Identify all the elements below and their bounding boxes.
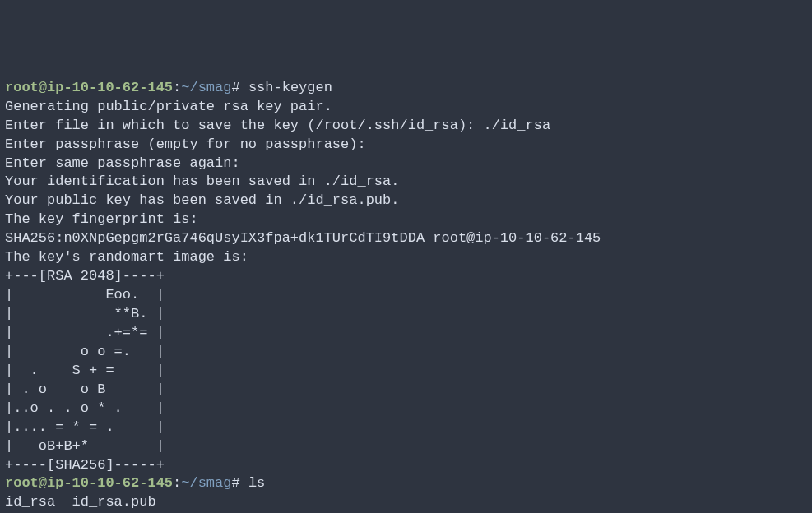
prompt-user: root@ip-10-10-62-145: [5, 475, 173, 491]
randomart-line: | o o =. |: [5, 343, 807, 362]
randomart-line: | oB+B+* |: [5, 437, 807, 456]
randomart-line: +---[RSA 2048]----+: [5, 267, 807, 286]
prompt-line-2: root@ip-10-10-62-145:~/smag# ls: [5, 474, 807, 493]
ls-output: id_rsa id_rsa.pub: [5, 493, 807, 512]
prompt-hash: #: [231, 475, 248, 491]
randomart-line: | Eoo. |: [5, 286, 807, 305]
prompt-colon: :: [173, 80, 181, 95]
output-line: Enter passphrase (empty for no passphras…: [5, 136, 807, 155]
command-text: ssh-keygen: [248, 80, 332, 95]
output-line: Your public key has been saved in ./id_r…: [5, 192, 807, 210]
randomart-line: | . o o B |: [5, 381, 807, 400]
output-line: The key's randomart image is:: [5, 248, 807, 267]
output-line: Generating public/private rsa key pair.: [5, 98, 807, 117]
output-line: Enter same passphrase again:: [5, 155, 807, 173]
prompt-colon: :: [173, 475, 181, 491]
randomart-line: |.... = * = . |: [5, 418, 807, 437]
prompt-user: root@ip-10-10-62-145: [5, 80, 173, 95]
command-text: ls: [248, 475, 265, 491]
randomart-line: |..o . . o * . |: [5, 400, 807, 418]
prompt-hash: #: [231, 80, 248, 95]
prompt-path: ~/smag: [181, 475, 231, 491]
output-line: Enter file in which to save the key (/ro…: [5, 117, 807, 136]
prompt-path: ~/smag: [181, 80, 231, 95]
prompt-line-1: root@ip-10-10-62-145:~/smag# ssh-keygen: [5, 79, 807, 98]
output-line: SHA256:n0XNpGepgm2rGa746qUsyIX3fpa+dk1TU…: [5, 229, 807, 248]
randomart-line: +----[SHA256]-----+: [5, 456, 807, 475]
output-line: Your identification has been saved in ./…: [5, 173, 807, 192]
terminal-output[interactable]: root@ip-10-10-62-145:~/smag# ssh-keygenG…: [5, 79, 807, 513]
randomart-line: | . S + = |: [5, 362, 807, 381]
randomart-line: | **B. |: [5, 305, 807, 324]
output-line: The key fingerprint is:: [5, 210, 807, 229]
randomart-line: | .+=*= |: [5, 324, 807, 343]
